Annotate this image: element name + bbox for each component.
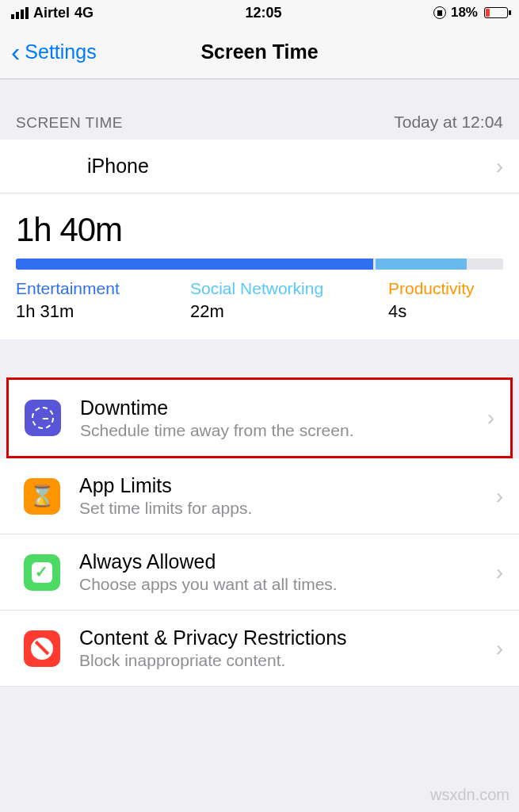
device-row[interactable]: iPhone › bbox=[0, 140, 519, 193]
category-time: 1h 31m bbox=[16, 301, 190, 322]
option-list: ⌛ App Limits Set time limits for apps. ›… bbox=[0, 458, 519, 687]
category-time: 4s bbox=[388, 301, 475, 322]
category-name: Social Networking bbox=[190, 279, 388, 298]
status-right: 18% bbox=[433, 5, 508, 21]
battery-icon bbox=[484, 7, 508, 18]
chevron-right-icon: › bbox=[496, 154, 503, 179]
option-title: Always Allowed bbox=[79, 550, 496, 573]
chevron-left-icon: ‹ bbox=[11, 45, 20, 59]
category-row: Entertainment 1h 31m Social Networking 2… bbox=[16, 279, 503, 322]
carrier-label: Airtel bbox=[33, 5, 70, 21]
rotation-lock-icon bbox=[433, 6, 446, 19]
bar-segment-social bbox=[376, 259, 467, 270]
option-subtitle: Choose apps you want at all times. bbox=[79, 575, 496, 594]
chevron-right-icon: › bbox=[487, 405, 494, 431]
category-social: Social Networking 22m bbox=[190, 279, 388, 322]
screen-time-section-header: SCREEN TIME Today at 12:04 bbox=[0, 79, 519, 140]
chevron-right-icon: › bbox=[496, 484, 503, 509]
chevron-right-icon: › bbox=[496, 636, 503, 661]
category-time: 22m bbox=[190, 301, 388, 322]
status-time: 12:05 bbox=[245, 5, 281, 21]
back-button[interactable]: ‹ Settings bbox=[11, 40, 97, 63]
downtime-icon bbox=[25, 400, 61, 436]
option-title: Downtime bbox=[80, 396, 487, 419]
bar-segment-remaining bbox=[469, 259, 503, 270]
option-subtitle: Schedule time away from the screen. bbox=[80, 421, 487, 440]
category-name: Entertainment bbox=[16, 279, 190, 298]
always-allowed-row[interactable]: Always Allowed Choose apps you want at a… bbox=[0, 534, 519, 611]
option-title: App Limits bbox=[79, 474, 496, 497]
option-title: Content & Privacy Restrictions bbox=[79, 626, 496, 649]
content-restrictions-row[interactable]: Content & Privacy Restrictions Block ina… bbox=[0, 611, 519, 687]
total-time-label: 1h 40m bbox=[16, 211, 503, 249]
device-label: iPhone bbox=[87, 155, 149, 178]
check-badge-icon bbox=[24, 554, 60, 591]
usage-bar-chart bbox=[16, 259, 503, 270]
downtime-row[interactable]: Downtime Schedule time away from the scr… bbox=[9, 380, 510, 456]
app-limits-row[interactable]: ⌛ App Limits Set time limits for apps. › bbox=[0, 458, 519, 534]
hourglass-icon: ⌛ bbox=[24, 478, 60, 515]
navigation-bar: ‹ Settings Screen Time bbox=[0, 25, 519, 79]
back-label: Settings bbox=[25, 40, 96, 63]
section-header-left: SCREEN TIME bbox=[16, 114, 123, 132]
downtime-highlight-box: Downtime Schedule time away from the scr… bbox=[6, 377, 513, 458]
network-label: 4G bbox=[74, 5, 93, 21]
category-entertainment: Entertainment 1h 31m bbox=[16, 279, 190, 322]
category-name: Productivity bbox=[388, 279, 475, 298]
signal-icon bbox=[11, 7, 29, 19]
bar-segment-entertainment bbox=[16, 259, 373, 270]
section-header-right: Today at 12:04 bbox=[394, 113, 503, 132]
page-title: Screen Time bbox=[200, 40, 318, 63]
option-subtitle: Set time limits for apps. bbox=[79, 499, 496, 518]
category-productivity: Productivity 4s bbox=[388, 279, 475, 322]
status-bar: Airtel 4G 12:05 18% bbox=[0, 0, 519, 25]
status-left: Airtel 4G bbox=[11, 5, 93, 21]
no-entry-icon bbox=[24, 630, 60, 667]
screen-time-summary-block: iPhone › 1h 40m Entertainment 1h 31m Soc… bbox=[0, 140, 519, 339]
time-summary: 1h 40m Entertainment 1h 31m Social Netwo… bbox=[0, 193, 519, 339]
chevron-right-icon: › bbox=[496, 560, 503, 585]
watermark: wsxdn.com bbox=[430, 786, 509, 804]
option-subtitle: Block inappropriate content. bbox=[79, 651, 496, 670]
battery-percent: 18% bbox=[451, 5, 478, 21]
